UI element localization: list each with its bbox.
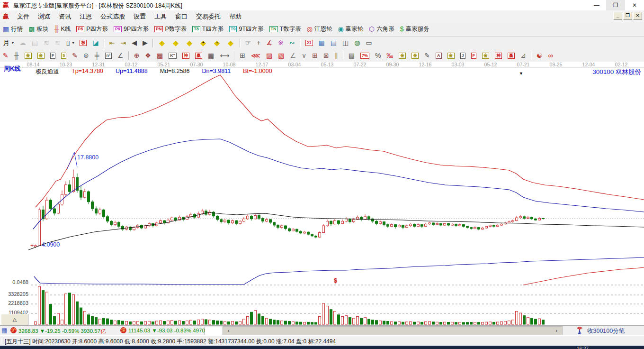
save-button[interactable]: ◫ xyxy=(340,38,351,47)
red-box-grid-tool[interactable]: ⊞ xyxy=(309,51,321,60)
gold-circle-tool[interactable]: 金 xyxy=(396,52,409,60)
gold-grid-tool-2[interactable]: 金 xyxy=(35,52,47,60)
gold-line-tool[interactable]: 金 xyxy=(409,52,421,60)
circle-compass-tool[interactable]: ⊜ xyxy=(80,51,92,60)
parallel-lines-tool[interactable]: ∥ xyxy=(332,51,341,60)
minimize-button[interactable]: — xyxy=(587,0,606,10)
crosshair-tool-button[interactable]: + xyxy=(254,38,263,47)
menu-item-4[interactable]: 江恩 xyxy=(75,11,96,21)
shanghai-index-icon[interactable]: 沪 xyxy=(10,327,17,333)
close-button[interactable]: ✕ xyxy=(625,0,644,10)
flag-pen-tool[interactable]: ✎ xyxy=(421,51,433,60)
menu-item-9[interactable]: 交易委托 xyxy=(192,11,225,21)
price-list-tool[interactable]: ▤ xyxy=(346,51,358,60)
diamond-reset-button[interactable]: ◆× xyxy=(210,38,224,48)
color-histogram-button[interactable]: ◪ xyxy=(89,38,101,47)
period-month-button[interactable]: 月▾ xyxy=(0,38,17,47)
menu-item-8[interactable]: 窗口 xyxy=(171,11,192,21)
permille-tool[interactable]: ‰ xyxy=(384,51,396,60)
gold-ray-tool[interactable]: 金 xyxy=(479,52,492,60)
target-cross-tool[interactable]: ⊕ xyxy=(131,51,143,60)
mdi-button-1[interactable]: _ xyxy=(613,12,622,20)
dark-grid-tool[interactable]: ▧ xyxy=(275,51,287,60)
a-grid-tool[interactable]: A xyxy=(433,52,445,60)
percent-tool[interactable]: % xyxy=(372,51,384,60)
t-digit-table-button[interactable]: TNT数字表 xyxy=(267,24,304,34)
ying-tool[interactable]: 赢 xyxy=(192,52,205,60)
seven-percent-tool[interactable]: 7% xyxy=(358,52,372,60)
infinity-button[interactable]: ∞ xyxy=(545,51,555,60)
candle-style-button[interactable]: ▯▾ xyxy=(63,38,77,47)
gann-grid-tool[interactable]: ╫ xyxy=(11,51,22,60)
n2-tool[interactable]: n² xyxy=(102,52,115,60)
gann-pen-tool[interactable]: ✎ xyxy=(0,51,11,60)
minor-cycle-button[interactable]: ≋ xyxy=(41,38,52,47)
major-cycle-button[interactable]: ≋ xyxy=(52,38,63,47)
wedge-tool[interactable]: ⊿ xyxy=(518,51,529,60)
f-angle-tool[interactable]: F xyxy=(468,52,480,60)
t-square-button[interactable]: T8T四方形 xyxy=(189,24,226,34)
t9-square-button[interactable]: T99T四方形 xyxy=(226,24,267,34)
grid-123-tool[interactable]: ▦ xyxy=(205,51,217,60)
menu-item-3[interactable]: 资讯 xyxy=(54,11,75,21)
menu-item-6[interactable]: 设置 xyxy=(129,11,150,21)
trend-angle-tool[interactable]: ∠ xyxy=(287,51,299,60)
shaded-grid-tool[interactable]: ▨ xyxy=(263,51,275,60)
notepad-button[interactable]: ▤ xyxy=(328,38,340,47)
j-angle-tool[interactable]: J xyxy=(457,52,468,60)
k-mark-tool[interactable]: K" xyxy=(166,52,179,60)
hexagon-button[interactable]: ⬡六角形 xyxy=(366,24,397,34)
diamond-compress-button[interactable]: ◆+ xyxy=(197,38,210,48)
red-pen-tool[interactable]: ✎ xyxy=(69,51,80,60)
sectors-button[interactable]: ▩板块 xyxy=(26,24,51,34)
gold-grid-tool-1[interactable]: 金 xyxy=(22,52,35,60)
gann-wheel-button[interactable]: ◎江恩轮 xyxy=(304,24,335,34)
p9-square-button[interactable]: P99P四方形 xyxy=(111,24,152,34)
diamond-move-button[interactable]: ◆◦ xyxy=(224,38,238,48)
mind-tool-button[interactable]: ∾ xyxy=(286,38,298,47)
shen-angle-tool[interactable]: 神 xyxy=(492,52,505,60)
menu-item-10[interactable]: 帮助 xyxy=(225,11,246,21)
period-month-button-dropdown-icon[interactable]: ▾ xyxy=(12,41,14,45)
gold-angle-tool[interactable]: 金 xyxy=(445,52,457,60)
fan-lines-tool[interactable]: ⋘ xyxy=(248,51,263,60)
shenzhen-index-icon[interactable]: 深 xyxy=(120,327,126,333)
ying-angle-tool[interactable]: 赢 xyxy=(505,52,518,60)
menu-item-5[interactable]: 公式选股 xyxy=(96,11,129,21)
angle-measure-button[interactable]: ∡ xyxy=(263,38,275,47)
kline-button[interactable]: ╫K线 xyxy=(51,24,73,34)
next-bar-button[interactable]: ▶ xyxy=(140,38,151,47)
gann-shape-button[interactable]: ※ xyxy=(275,38,286,47)
first-page-button[interactable]: ⇤ xyxy=(107,38,118,47)
diamond-expand-button[interactable]: ◆↔ xyxy=(183,38,197,48)
jifan-channel-button[interactable]: 极 xyxy=(77,39,89,47)
hand-tool-button[interactable]: ☞ xyxy=(242,38,254,47)
winner-wheel-button[interactable]: ◉赢家轮 xyxy=(335,24,366,34)
calendar-button[interactable]: 21 xyxy=(303,39,316,47)
memo-tool-button[interactable]: ▤ xyxy=(29,38,41,47)
quotes-button[interactable]: ▦行情 xyxy=(0,24,26,34)
prev-bar-button[interactable]: ◀ xyxy=(129,38,140,47)
shen-tool[interactable]: 神 xyxy=(179,52,192,60)
market-grid-icon[interactable]: ▦ xyxy=(1,327,7,334)
remote-pc-button[interactable]: ▭ xyxy=(363,38,375,47)
scroll-right-icon[interactable]: › xyxy=(555,328,557,333)
p-digit-table-button[interactable]: PNP数字表 xyxy=(152,24,189,34)
square-spiral-tool[interactable]: ▩ xyxy=(154,51,166,60)
box-frame-tool[interactable]: ⊞ xyxy=(237,51,248,60)
p-square-button[interactable]: P8P四方形 xyxy=(73,24,111,34)
diamond-right-button[interactable]: ◆→ xyxy=(169,38,183,48)
kline-chart[interactable] xyxy=(0,62,644,325)
candle-style-button-dropdown-icon[interactable]: ▾ xyxy=(72,41,74,45)
star-grid-tool[interactable]: ❖ xyxy=(142,51,154,60)
scroll-left-icon[interactable]: ‹ xyxy=(228,328,230,333)
v-line-tool[interactable]: ∨ xyxy=(299,51,309,60)
mdi-button-3[interactable]: ✕ xyxy=(633,12,642,20)
web-link-button[interactable]: ◍ xyxy=(351,38,363,47)
horizontal-scrollbar[interactable]: ‹ › xyxy=(223,326,563,336)
feed-status-text[interactable]: 收300100分笔 xyxy=(587,327,625,335)
menu-item-2[interactable]: 浏览 xyxy=(34,11,54,21)
ruler-grid-tool[interactable]: ╪ xyxy=(92,51,102,60)
last-page-button[interactable]: ⇥ xyxy=(117,38,129,47)
menu-item-1[interactable]: 文件 xyxy=(13,11,34,21)
